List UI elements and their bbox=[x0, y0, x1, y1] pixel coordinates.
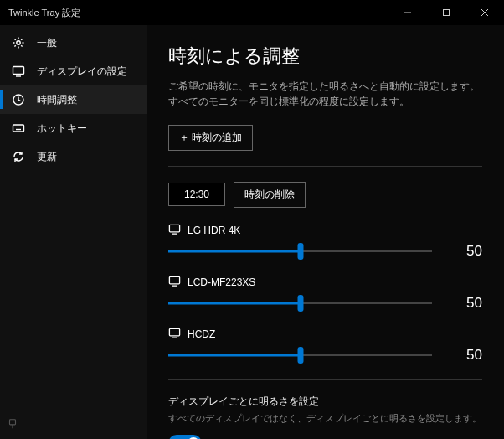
monitor-name: HCDZ bbox=[188, 328, 215, 340]
pin-icon[interactable] bbox=[7, 418, 18, 432]
sidebar-item-label: 更新 bbox=[37, 150, 57, 164]
svg-rect-16 bbox=[169, 225, 179, 231]
sidebar-item-time[interactable]: 時間調整 bbox=[0, 85, 147, 114]
per-display-desc: すべてのディスプレイではなく、ディスプレイごとに明るさを設定します。 bbox=[168, 412, 482, 425]
window-title: Twinkle Tray 設定 bbox=[8, 7, 80, 19]
clock-icon bbox=[12, 93, 25, 106]
window-title-text: Twinkle Tray 設定 bbox=[8, 7, 80, 19]
monitor-icon bbox=[168, 275, 181, 290]
page-heading: 時刻による調整 bbox=[168, 44, 482, 69]
brightness-slider[interactable] bbox=[168, 245, 432, 258]
svg-point-4 bbox=[17, 41, 20, 44]
sidebar-item-label: ディスプレイの設定 bbox=[37, 65, 127, 79]
titlebar: Twinkle Tray 設定 bbox=[0, 0, 504, 25]
add-time-button[interactable]: ＋ 時刻の追加 bbox=[168, 125, 253, 151]
divider bbox=[168, 379, 482, 380]
sidebar-item-general[interactable]: 一般 bbox=[0, 28, 147, 57]
sidebar-item-label: 時間調整 bbox=[37, 93, 77, 107]
maximize-button[interactable] bbox=[427, 0, 465, 25]
close-button[interactable] bbox=[465, 0, 504, 25]
page-description: ご希望の時刻に、モニタを指定した明るさへと自動的に設定します。すべてのモニターを… bbox=[168, 79, 482, 110]
svg-rect-14 bbox=[10, 420, 16, 425]
monitor-header: HCDZ bbox=[168, 327, 482, 342]
monitor-icon bbox=[168, 327, 181, 342]
sidebar-item-updates[interactable]: 更新 bbox=[0, 142, 147, 171]
brightness-value: 50 bbox=[449, 295, 482, 312]
monitor-header: LCD-MF223XS bbox=[168, 275, 482, 290]
sidebar-item-label: 一般 bbox=[37, 36, 57, 50]
brightness-slider[interactable] bbox=[168, 349, 432, 362]
monitor-icon bbox=[12, 65, 25, 78]
monitor-name: LG HDR 4K bbox=[188, 225, 240, 236]
brightness-value: 50 bbox=[449, 347, 482, 364]
content-area: 時刻による調整 ご希望の時刻に、モニタを指定した明るさへと自動的に設定します。す… bbox=[147, 25, 504, 439]
svg-rect-1 bbox=[444, 10, 450, 16]
sidebar-item-label: ホットキー bbox=[37, 121, 87, 136]
monitor-header: LG HDR 4K bbox=[168, 223, 482, 238]
monitor-name: LCD-MF223XS bbox=[188, 276, 255, 288]
svg-rect-8 bbox=[13, 125, 24, 132]
keyboard-icon bbox=[12, 121, 25, 135]
brightness-slider[interactable] bbox=[168, 297, 432, 310]
monitor-icon bbox=[168, 223, 181, 238]
delete-time-button[interactable]: 時刻の削除 bbox=[234, 182, 306, 208]
window-controls bbox=[388, 0, 504, 25]
svg-rect-20 bbox=[169, 328, 179, 335]
time-input[interactable]: 12:30 bbox=[168, 183, 225, 206]
brightness-value: 50 bbox=[449, 243, 482, 260]
sidebar-item-displays[interactable]: ディスプレイの設定 bbox=[0, 57, 147, 85]
per-display-toggle[interactable] bbox=[168, 435, 202, 439]
sidebar-item-hotkeys[interactable]: ホットキー bbox=[0, 114, 147, 142]
per-display-title: ディスプレイごとに明るさを設定 bbox=[168, 395, 482, 409]
svg-rect-18 bbox=[169, 276, 179, 283]
refresh-icon bbox=[12, 150, 25, 163]
minimize-button[interactable] bbox=[388, 0, 427, 25]
sidebar: 一般 ディスプレイの設定 時間調整 ホットキー 更新 bbox=[0, 25, 147, 439]
gear-icon bbox=[12, 36, 25, 49]
svg-rect-5 bbox=[13, 67, 24, 75]
divider bbox=[168, 166, 482, 167]
